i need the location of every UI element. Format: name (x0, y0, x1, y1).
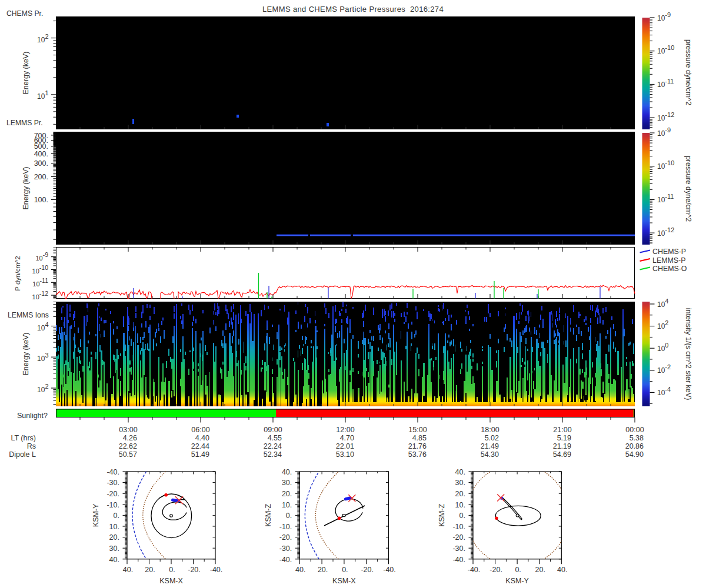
svg-text:53.10: 53.10 (336, 450, 354, 459)
svg-text:CHEMS-P: CHEMS-P (652, 248, 686, 256)
svg-text:54.90: 54.90 (625, 450, 644, 459)
svg-text:4.40: 4.40 (195, 434, 209, 442)
svg-text:4.55: 4.55 (268, 434, 282, 442)
svg-text:21.76: 21.76 (408, 442, 427, 450)
svg-text:10.: 10. (109, 523, 119, 531)
svg-text:40.: 40. (282, 468, 292, 476)
svg-text:-40.: -40. (106, 468, 119, 476)
svg-text:4.26: 4.26 (123, 434, 137, 442)
svg-text:KSM-Z: KSM-Z (264, 504, 272, 527)
svg-text:51.49: 51.49 (191, 450, 209, 459)
svg-text:03:00: 03:00 (119, 426, 137, 434)
svg-text:-40.: -40. (279, 556, 292, 564)
svg-text:-30.: -30. (279, 544, 292, 553)
svg-text:20.: 20. (109, 533, 119, 542)
svg-text:KSM-Y: KSM-Y (505, 577, 529, 585)
svg-text:Energy (keV): Energy (keV) (22, 52, 30, 95)
svg-text:-40.: -40. (383, 566, 396, 574)
svg-text:20.: 20. (535, 566, 545, 574)
svg-text:pressure dyne/cm^2: pressure dyne/cm^2 (684, 156, 692, 222)
svg-text:54.30: 54.30 (481, 450, 499, 459)
svg-text:21.19: 21.19 (553, 442, 571, 450)
svg-text:5.02: 5.02 (485, 434, 499, 442)
svg-text:700.: 700. (34, 132, 48, 140)
svg-text:20.: 20. (282, 490, 292, 498)
svg-text:Energy (keV): Energy (keV) (22, 167, 30, 210)
svg-text:22.62: 22.62 (119, 442, 137, 450)
svg-text:KSM-X: KSM-X (159, 577, 183, 585)
svg-text:LEMMS-P: LEMMS-P (652, 256, 685, 265)
svg-text:LEMMS and CHEMS Particle Press: LEMMS and CHEMS Particle Pressures 2016:… (262, 5, 444, 14)
svg-text:40.: 40. (109, 556, 119, 564)
svg-text:40.: 40. (123, 566, 133, 574)
svg-text:LT (hrs): LT (hrs) (11, 434, 36, 442)
svg-text:40.: 40. (557, 566, 567, 574)
svg-text:KSM-Z: KSM-Z (438, 504, 446, 527)
svg-text:-20.: -20. (279, 533, 292, 542)
svg-text:20.: 20. (145, 566, 155, 574)
svg-text:-40.: -40. (452, 556, 465, 564)
svg-text:22.24: 22.24 (264, 442, 282, 450)
svg-text:0.: 0. (342, 566, 348, 574)
svg-text:-30.: -30. (452, 544, 465, 553)
svg-text:-20.: -20. (188, 566, 201, 574)
svg-text:54.69: 54.69 (553, 450, 571, 459)
svg-text:Energy (keV): Energy (keV) (22, 333, 30, 376)
svg-text:10.: 10. (282, 501, 292, 509)
svg-text:4.85: 4.85 (412, 434, 427, 442)
svg-text:40.: 40. (295, 566, 305, 574)
svg-text:10.: 10. (455, 501, 465, 509)
svg-text:30.: 30. (455, 479, 465, 487)
svg-text:LEMMS Pr.: LEMMS Pr. (6, 119, 43, 127)
svg-text:21:00: 21:00 (553, 426, 571, 434)
svg-text:100.: 100. (34, 196, 48, 204)
svg-text:0.: 0. (515, 566, 521, 574)
svg-text:20.: 20. (455, 490, 465, 498)
svg-text:-40.: -40. (468, 566, 481, 574)
svg-text:20.: 20. (318, 566, 328, 574)
svg-text:P dyn/cm^2: P dyn/cm^2 (14, 256, 21, 291)
svg-text:0.: 0. (286, 512, 292, 520)
svg-text:KSM-X: KSM-X (332, 577, 356, 585)
svg-text:30.: 30. (109, 544, 119, 553)
svg-text:-10.: -10. (106, 501, 119, 509)
svg-text:KSM-Y: KSM-Y (92, 503, 100, 527)
svg-text:18:00: 18:00 (481, 426, 499, 434)
svg-text:-30.: -30. (106, 479, 119, 487)
svg-text:CHEMS-O: CHEMS-O (652, 265, 687, 273)
svg-text:CHEMS Pr.: CHEMS Pr. (6, 9, 43, 18)
svg-text:20.86: 20.86 (625, 442, 644, 450)
svg-text:12:00: 12:00 (336, 426, 354, 434)
svg-text:0.: 0. (114, 512, 119, 520)
svg-text:-40.: -40. (210, 566, 223, 574)
svg-text:06:00: 06:00 (191, 426, 209, 434)
svg-text:22.44: 22.44 (191, 442, 209, 450)
svg-text:15:00: 15:00 (408, 426, 427, 434)
svg-text:52.34: 52.34 (264, 450, 282, 459)
svg-text:-10.: -10. (452, 523, 465, 531)
svg-text:LEMMS Ions: LEMMS Ions (8, 311, 49, 319)
svg-text:-20.: -20. (106, 490, 119, 498)
svg-text:-20.: -20. (361, 566, 374, 574)
svg-text:Sunlight?: Sunlight? (17, 412, 48, 420)
svg-text:00:00: 00:00 (625, 426, 644, 434)
svg-text:300.: 300. (34, 159, 48, 168)
svg-text:5.19: 5.19 (557, 434, 571, 442)
svg-text:-20.: -20. (452, 533, 465, 542)
svg-text:40.: 40. (455, 468, 465, 476)
svg-text:0.: 0. (459, 512, 465, 520)
svg-text:-20.: -20. (489, 566, 502, 574)
svg-text:21.49: 21.49 (481, 442, 499, 450)
svg-text:400.: 400. (34, 150, 48, 158)
svg-text:09:00: 09:00 (264, 426, 282, 434)
svg-text:intensity 1/(s cm^2 ster keV): intensity 1/(s cm^2 ster keV) (684, 308, 692, 400)
svg-text:pressure dyne/cm^2: pressure dyne/cm^2 (684, 39, 692, 105)
svg-text:53.76: 53.76 (408, 450, 427, 459)
svg-text:200.: 200. (34, 173, 48, 181)
svg-text:-10.: -10. (279, 523, 292, 531)
svg-text:Rs: Rs (27, 442, 36, 450)
svg-text:50.57: 50.57 (119, 450, 137, 459)
svg-text:30.: 30. (282, 479, 292, 487)
svg-text:22.01: 22.01 (336, 442, 354, 450)
svg-text:5.38: 5.38 (630, 434, 644, 442)
